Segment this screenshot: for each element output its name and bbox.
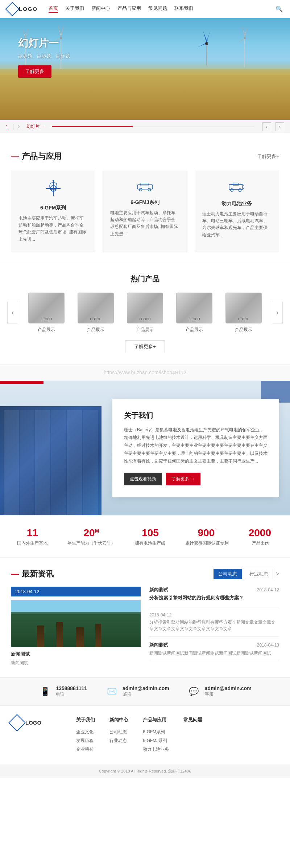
news-right-title-1[interactable]: 新闻测试 bbox=[149, 587, 168, 593]
product-card-3[interactable]: 动力电池业务 理士动力电池主要应用于电动自行车、电动三轮车、后续电动汽车、高尔夫… bbox=[195, 171, 279, 252]
about-more-button[interactable]: 了解更多 → bbox=[166, 473, 200, 485]
news-section: — 最新资讯 公司动态 行业动态 > 2018-04-12 新闻测试 bbox=[0, 557, 290, 677]
footer-link-history[interactable]: 发展历程 bbox=[76, 736, 95, 745]
hot-products-carousel: ‹ LEOCH 产品展示 LEOCH 产品展示 LEOCH 产品展示 bbox=[0, 293, 290, 333]
news-tab-company[interactable]: 公司动态 bbox=[214, 569, 242, 579]
contact-email-value: admin@admin.com bbox=[123, 685, 169, 691]
footer-link-industry-news[interactable]: 行业动态 bbox=[109, 736, 128, 745]
hot-item-4[interactable]: LEOCH 产品展示 bbox=[173, 293, 216, 333]
nav-logo[interactable]: LOGO bbox=[7, 4, 38, 14]
hot-item-label-5: 产品展示 bbox=[235, 327, 252, 332]
stat-number-3: 105 bbox=[135, 527, 165, 539]
product-card-1[interactable]: 6-GFM系列 电池主要应用于汽车起动、摩托车超动和船舶起动等，产品均合乎全球总… bbox=[11, 171, 95, 252]
footer-col-about-list: 企业文化 发展历程 企业荣誉 bbox=[76, 728, 95, 754]
hot-products-more-button[interactable]: 了解更多+ bbox=[125, 340, 165, 353]
carousel-prev-arrow[interactable]: ‹ bbox=[7, 302, 18, 323]
footer-link-honor[interactable]: 企业荣誉 bbox=[76, 745, 95, 754]
product-card-2[interactable]: 6-GFMJ系列 电池主要应用于汽车起动、摩托车超动和船舶起动等，产品均合乎全球… bbox=[103, 171, 187, 252]
footer-link-company-news[interactable]: 公司动态 bbox=[109, 728, 128, 736]
battery-brand-5: LEOCH bbox=[238, 317, 249, 321]
slide-indicator-2[interactable]: 2 bbox=[18, 124, 21, 129]
footer-col-products-list: 6-GFM系列 6-GFMJ系列 动力电池业务 bbox=[143, 728, 169, 754]
svg-marker-18 bbox=[198, 44, 207, 47]
nav-logo-text: LOGO bbox=[19, 6, 38, 12]
stat-item-1: 11 国内外生产基地 bbox=[17, 527, 47, 546]
hot-item-5[interactable]: LEOCH 产品展示 bbox=[222, 293, 265, 333]
news-right-title-3[interactable]: 新闻测试 bbox=[149, 642, 168, 648]
carousel-next-arrow[interactable]: › bbox=[272, 302, 283, 323]
news-left-image bbox=[11, 600, 141, 647]
search-icon[interactable]: 🔍 bbox=[276, 5, 283, 12]
contact-service-label: 客服 bbox=[205, 691, 252, 697]
pinwheel-icon bbox=[196, 29, 218, 65]
about-video-button[interactable]: 点击观看视频 bbox=[124, 473, 162, 485]
watermark-text: https://www.huzhan.com/ishop49112 bbox=[104, 370, 186, 375]
hero-learn-more-button[interactable]: 了解更多 bbox=[18, 65, 51, 78]
hero-prev-arrow[interactable]: ‹ bbox=[262, 122, 271, 131]
footer-link-gfmj[interactable]: 6-GFMJ系列 bbox=[143, 736, 169, 745]
contact-item-phone: 📱 13588881111 电话 bbox=[38, 685, 87, 698]
product-name-3: 动力电池业务 bbox=[202, 200, 272, 207]
watermark-bar: https://www.huzhan.com/ishop49112 bbox=[0, 364, 290, 381]
hot-products-title: 热门产品 bbox=[0, 274, 290, 284]
footer-col-products-title: 产品与应用 bbox=[143, 717, 169, 723]
news-tab-arrow[interactable]: > bbox=[276, 571, 279, 577]
hot-item-label-3: 产品展示 bbox=[136, 327, 154, 332]
nav-link-faq[interactable]: 常见问题 bbox=[148, 5, 167, 13]
products-grid: 6-GFM系列 电池主要应用于汽车起动、摩托车超动和船舶起动等，产品均合乎全球总… bbox=[11, 171, 279, 252]
battery-brand-4: LEOCH bbox=[188, 317, 200, 321]
about-buttons: 点击观看视频 了解更多 → bbox=[124, 473, 268, 485]
about-title: 关于我们 bbox=[124, 411, 268, 420]
product-name-1: 6-GFM系列 bbox=[18, 205, 88, 211]
svg-point-33 bbox=[239, 189, 242, 192]
nav-link-home[interactable]: 首页 bbox=[49, 5, 58, 13]
footer-link-power[interactable]: 动力电池业务 bbox=[143, 745, 169, 754]
nav-link-news[interactable]: 新闻中心 bbox=[91, 5, 110, 13]
news-right-desc-2: 分析搜索引擎对网站的跑行规则有哪些方案？新闻文章文章文章文章文章文章文章文章文章… bbox=[149, 619, 279, 632]
news-left-title[interactable]: 新闻测试 bbox=[11, 651, 141, 657]
svg-point-19 bbox=[205, 42, 208, 45]
nav-link-contact[interactable]: 联系我们 bbox=[174, 5, 193, 13]
hot-items-container: LEOCH 产品展示 LEOCH 产品展示 LEOCH 产品展示 LEOCH bbox=[18, 293, 272, 333]
title-dash: — bbox=[11, 152, 19, 161]
stat-label-2: 年生产能力（千伏安时） bbox=[67, 540, 115, 546]
news-right-date-3: 2018-04-13 bbox=[257, 643, 279, 648]
slide-indicator-1[interactable]: 1 bbox=[6, 124, 8, 129]
building-background bbox=[0, 406, 102, 515]
footer-link-culture[interactable]: 企业文化 bbox=[76, 728, 95, 736]
contact-phone-label: 电话 bbox=[56, 691, 87, 697]
hero-next-arrow[interactable]: › bbox=[276, 122, 284, 131]
nav-link-about[interactable]: 关于我们 bbox=[65, 5, 84, 13]
nav-links: 首页 关于我们 新闻中心 产品与应用 常见问题 联系我们 bbox=[49, 5, 276, 13]
news-tab-industry[interactable]: 行业动态 bbox=[245, 569, 273, 579]
footer-logo[interactable]: LOGO bbox=[11, 717, 65, 729]
hot-item-1[interactable]: LEOCH 产品展示 bbox=[25, 293, 68, 333]
hero-title: 幻灯片一 bbox=[18, 36, 70, 50]
svg-marker-16 bbox=[203, 31, 207, 44]
contact-phone-value: 13588881111 bbox=[56, 685, 87, 691]
hot-item-3[interactable]: LEOCH 产品展示 bbox=[123, 293, 167, 333]
footer-logo-text: LOGO bbox=[25, 720, 41, 726]
news-right-desc-3: 新闻测试新闻测试新闻测试新闻测试新闻测试新闻测试新闻测试 bbox=[149, 650, 279, 656]
svg-marker-12 bbox=[245, 27, 247, 38]
footer: LOGO 关于我们 企业文化 发展历程 企业荣誉 新闻中心 公司动态 行业动态 … bbox=[0, 705, 290, 765]
footer-link-gfm[interactable]: 6-GFM系列 bbox=[143, 728, 169, 736]
windmill-svg-3 bbox=[239, 24, 250, 67]
products-section: — 产品与应用 了解更多+ 6-GFM系列 电池主要应用于汽车起动、摩托车超动和… bbox=[0, 140, 290, 263]
nav-link-products[interactable]: 产品与应用 bbox=[117, 5, 141, 13]
news-right-item-2: 2018-04-12 分析搜索引擎对网站的跑行规则有哪些方案？新闻文章文章文章文… bbox=[149, 612, 279, 637]
footer-bottom: Copyright © 2018 All Rights Reserved. 您好… bbox=[0, 765, 290, 778]
hero-subtitle: 副标题、副标题、副标题 bbox=[18, 53, 70, 60]
stat-number-1: 11 bbox=[17, 527, 47, 539]
products-more-link[interactable]: 了解更多+ bbox=[257, 153, 279, 160]
stat-label-4: 累计获得国际认证专利 bbox=[185, 540, 229, 546]
stat-label-5: 产品出肉 bbox=[249, 540, 273, 546]
news-section-title: — 最新资讯 bbox=[11, 569, 54, 579]
battery-brand-2: LEOCH bbox=[90, 317, 101, 321]
chat-icon: 💬 bbox=[187, 685, 200, 698]
about-card: 关于我们 理士（Battery）是集蓄电池及蓄电池组生产先进的产气电池的领军企业… bbox=[112, 399, 279, 497]
news-left-panel: 2018-04-12 新闻测试 新闻测试 bbox=[11, 587, 141, 667]
hot-item-2[interactable]: LEOCH 产品展示 bbox=[74, 293, 117, 333]
footer-col-faq: 常见问题 bbox=[183, 717, 202, 754]
slide-label: 幻灯片一 bbox=[26, 123, 44, 130]
